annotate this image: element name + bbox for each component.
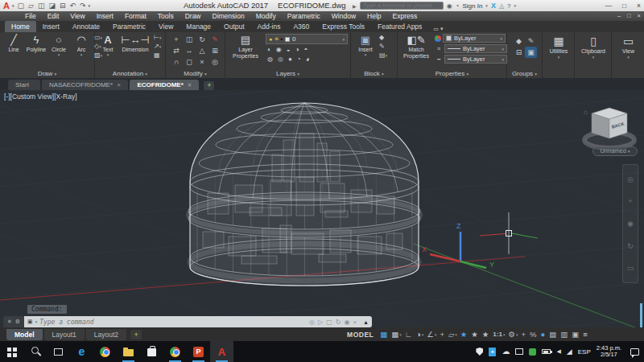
layer-dropdown-caret-icon[interactable]: ▾ [342, 37, 345, 42]
layer-tool-icon[interactable]: ◓ [304, 46, 308, 54]
utilities-button[interactable]: ▦ Utilities ▾ [545, 34, 572, 60]
polar-tracking-icon[interactable]: ◑▾ [416, 328, 423, 341]
plot-icon[interactable]: ⊟ [60, 1, 66, 10]
layer-state-icon[interactable]: ▪ [281, 34, 283, 44]
panel-label-groups[interactable]: Groups ▾ [507, 69, 542, 78]
modify-tool-icon[interactable]: ⇄ [170, 45, 183, 56]
autoscale-icon[interactable]: ★ [471, 328, 479, 341]
block-tool-icon[interactable]: ✎ [379, 43, 387, 51]
task-view-button[interactable] [47, 341, 70, 362]
circle-button[interactable]: ○ Circle ▾ [47, 34, 70, 57]
layer-tool-icon[interactable]: ● [288, 56, 292, 64]
navigation-tool-icon[interactable]: + [628, 197, 632, 205]
network-icon[interactable]: ◢ [567, 348, 572, 356]
isolate-objects-icon[interactable]: ▤ [549, 328, 557, 341]
group-tool-icon[interactable]: ▣ [525, 47, 537, 58]
a360-icon[interactable]: ◬ [499, 2, 504, 10]
help-caret-icon[interactable]: ▾ [514, 3, 517, 8]
command-tool-icon[interactable]: × [353, 319, 357, 326]
ribbon-tab[interactable]: A360 [287, 21, 316, 32]
recent-commands-icon[interactable]: ▣ [27, 319, 33, 325]
layer-tool-icon[interactable]: ◎ [278, 56, 283, 64]
app-menu-caret-icon[interactable]: ▾ [12, 3, 14, 8]
minimize-button[interactable]: — [605, 0, 612, 11]
ortho-icon[interactable]: ∟ [405, 328, 413, 341]
modify-tool-icon[interactable]: △ [196, 45, 208, 56]
ribbon-tab[interactable]: Add-ins [251, 21, 287, 32]
file-tab[interactable]: ECOFRIDOME* ✕ [130, 80, 199, 90]
menu-item[interactable]: Edit [42, 11, 65, 21]
modify-tool-icon[interactable]: ↻ [196, 34, 208, 45]
isodraft-icon[interactable]: ∠▾ [427, 328, 436, 341]
modify-tool-icon[interactable]: + [170, 34, 183, 45]
osnap-tracking-icon[interactable]: + [440, 328, 445, 341]
menu-item[interactable]: Parametric [282, 11, 326, 21]
onedrive-icon[interactable]: ☁ [502, 347, 510, 356]
doc-minimize-button[interactable]: – [617, 11, 621, 21]
redo-icon[interactable]: ↷ [80, 1, 86, 10]
linetype-dropdown[interactable]: ByLayer ▾ [444, 55, 507, 64]
layer-tool-icon[interactable]: ◒ [287, 46, 291, 54]
undo-icon[interactable]: ↶ [69, 1, 76, 10]
view-button[interactable]: ▭ View ▾ [615, 34, 642, 60]
sign-in-button[interactable]: Sign In [462, 2, 482, 10]
command-tool-icon[interactable]: ▢ [326, 319, 332, 326]
arc-button[interactable]: ◠ Arc ▾ [70, 34, 93, 57]
qat-menu-caret-icon[interactable]: ▾ [89, 1, 91, 10]
keyword-search-input[interactable] [360, 2, 444, 10]
autodesk-exchange-icon[interactable]: X [491, 2, 496, 10]
chrome-icon-2[interactable] [163, 341, 187, 362]
autocad-taskbar-icon[interactable]: A [210, 341, 233, 362]
menu-item[interactable]: Window [326, 11, 361, 21]
modify-tool-icon[interactable]: ∩ [170, 56, 183, 68]
object-snap-icon[interactable]: ▱▾ [448, 328, 457, 341]
annotation-monitor-icon[interactable]: + [521, 328, 526, 341]
group-tool-icon[interactable]: ◆ [513, 35, 525, 47]
search-button[interactable] [23, 341, 47, 362]
command-expand-icon[interactable]: ▲ [363, 319, 369, 325]
modify-tool-icon[interactable]: ⊞ [208, 45, 221, 56]
store-icon[interactable] [140, 341, 163, 362]
language-indicator[interactable]: ESP [578, 348, 591, 356]
menu-item[interactable]: Help [361, 11, 386, 21]
panel-label-properties[interactable]: Properties ▾ [398, 69, 506, 78]
ribbon-tab[interactable]: Featured Apps [371, 21, 428, 32]
autocad-app-menu-icon[interactable]: A [3, 1, 10, 10]
command-tool-icon[interactable]: ▷ [318, 319, 323, 326]
messaging-icon[interactable] [529, 348, 536, 356]
layer-state-icon[interactable]: ☀ [274, 34, 279, 44]
group-tool-icon[interactable]: ✎ [525, 35, 537, 47]
save-as-icon[interactable]: ◪ [48, 1, 56, 10]
modify-tool-icon[interactable]: ◻ [183, 56, 196, 68]
layer-tool-icon[interactable]: ◑ [295, 46, 299, 54]
annotation-tool-icon[interactable]: ▦ [154, 51, 161, 60]
modify-tool-icon[interactable]: ◫ [183, 34, 196, 45]
layer-tool-icon[interactable]: ◔ [297, 56, 301, 64]
new-drawing-tab-button[interactable]: + [204, 81, 214, 90]
edge-icon[interactable]: e [70, 341, 93, 362]
command-tool-icon[interactable]: ◎ [309, 319, 315, 326]
search-icon[interactable]: ◉ [447, 2, 452, 10]
command-close-icon[interactable]: ✕ [7, 319, 12, 325]
layout-tab[interactable]: Layout2 [86, 329, 126, 340]
new-layout-button[interactable]: + [130, 330, 142, 339]
grid-icon[interactable]: ▦ [380, 328, 388, 341]
layer-tool-icon[interactable]: ◐ [267, 46, 271, 54]
sign-in-caret-icon[interactable]: ▾ [485, 3, 488, 8]
navigation-tool-icon[interactable]: ▭ [627, 264, 634, 272]
layer-tool-icon[interactable]: ◕ [306, 56, 310, 64]
chrome-icon[interactable] [93, 341, 117, 362]
doc-close-button[interactable]: × [638, 11, 641, 21]
action-center-icon[interactable] [630, 348, 639, 356]
panel-label-layers[interactable]: Layers ▾ [225, 69, 350, 78]
maximize-button[interactable]: □ [622, 0, 626, 11]
file-tab[interactable]: Start [8, 80, 40, 90]
menu-item[interactable]: View [64, 11, 90, 21]
ribbon-tab[interactable]: Parametric [106, 21, 152, 32]
modify-tool-icon[interactable]: ↔ [183, 45, 196, 56]
close-button[interactable]: × [637, 0, 641, 11]
modify-tool-icon[interactable]: ◎ [208, 56, 221, 68]
ribbon-tab[interactable]: Manage [180, 21, 217, 32]
powerpoint-icon[interactable]: P [187, 341, 210, 362]
menu-item[interactable]: File [19, 11, 42, 21]
